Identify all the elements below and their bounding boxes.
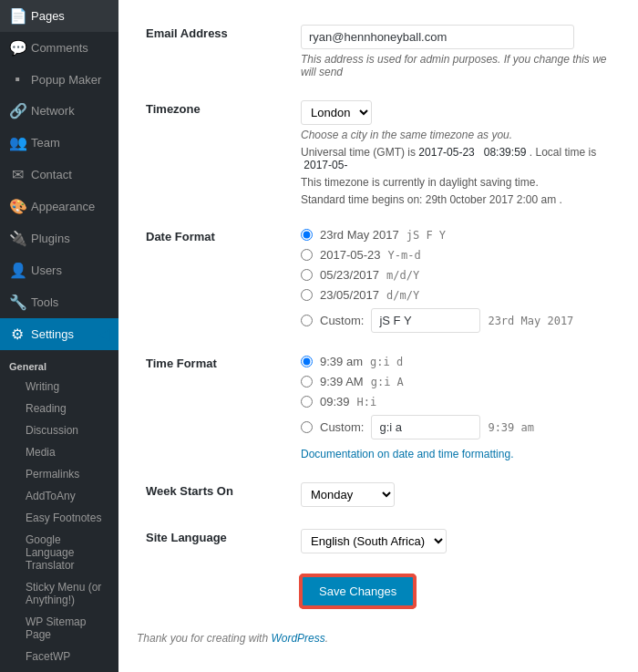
site-language-row: Site Language English (South Africa) Eng… xyxy=(137,518,620,564)
date-format-radio-1[interactable] xyxy=(301,249,313,261)
settings-arrow: ◀ xyxy=(98,326,109,343)
sidebar-label-tools: Tools xyxy=(31,295,58,309)
timezone-local-label: . Local time is xyxy=(530,146,596,159)
sidebar-item-settings[interactable]: ⚙ Settings ◀ xyxy=(0,318,118,350)
email-row: Email Address This address is used for a… xyxy=(137,14,620,89)
sidebar-label-comments: Comments xyxy=(31,41,88,55)
date-format-radio-3[interactable] xyxy=(301,289,313,301)
sidebar-sub-discussion[interactable]: Discussion xyxy=(0,419,118,441)
time-format-radio-2[interactable] xyxy=(301,396,313,408)
thank-you-prefix: Thank you for creating with xyxy=(137,632,268,645)
date-format-radio-0[interactable] xyxy=(301,229,313,241)
sidebar-sub-sticky-menu[interactable]: Sticky Menu (or Anything!) xyxy=(0,576,118,611)
date-format-value-1: 2017-05-23 xyxy=(320,248,381,262)
sidebar-sub-permalinks[interactable]: Permalinks xyxy=(0,463,118,485)
week-starts-row: Week Starts On Monday Sunday Tuesday Wed… xyxy=(137,471,620,518)
time-format-value-2: 09:39 xyxy=(320,395,350,408)
time-format-code-1: g:i A xyxy=(371,376,435,388)
timezone-utc-time: 08:39:59 xyxy=(484,146,527,159)
submit-row: Save Changes xyxy=(137,564,620,618)
sidebar-label-plugins: Plugins xyxy=(31,232,70,245)
comments-icon: 💬 xyxy=(9,39,26,57)
sidebar-label-settings: Settings xyxy=(31,327,74,341)
date-format-code-1: Y-m-d xyxy=(388,249,452,262)
time-format-value-1: 9:39 AM xyxy=(320,375,364,388)
sidebar-sub-easy-footnotes[interactable]: Easy Footnotes xyxy=(0,507,118,529)
time-format-radio-3[interactable] xyxy=(301,421,313,433)
sidebar-label-pages: Pages xyxy=(31,9,65,23)
sidebar-item-plugins[interactable]: 🔌 Plugins xyxy=(0,222,118,254)
sidebar-label-network: Network xyxy=(31,104,75,118)
sidebar-sub-sitemap[interactable]: WP Sitemap Page xyxy=(0,611,118,646)
time-format-radio-1[interactable] xyxy=(301,376,313,388)
sidebar-item-tools[interactable]: 🔧 Tools xyxy=(0,286,118,318)
sidebar-item-team[interactable]: 👥 Team xyxy=(0,127,118,159)
submit-cell: Save Changes xyxy=(292,564,620,618)
network-icon: 🔗 xyxy=(9,102,26,119)
sidebar-item-network[interactable]: 🔗 Network xyxy=(0,95,118,127)
date-format-group: 23rd May 2017 jS F Y 2017-05-23 Y-m-d 05… xyxy=(301,228,611,333)
sidebar-sub-xml-sitemap[interactable]: XML-Sitemap xyxy=(0,667,118,672)
time-format-label: Time Format xyxy=(137,344,292,471)
sidebar-label-appearance: Appearance xyxy=(31,200,95,213)
week-starts-select[interactable]: Monday Sunday Tuesday Wednesday Thursday… xyxy=(301,482,395,507)
sidebar-item-users[interactable]: 👤 Users xyxy=(0,254,118,286)
timezone-select[interactable]: London xyxy=(301,100,372,125)
pages-icon: 📄 xyxy=(9,7,26,25)
time-format-custom-preview: 9:39 am xyxy=(488,421,551,434)
site-language-field-cell: English (South Africa) English (US) xyxy=(292,518,620,564)
email-input[interactable] xyxy=(301,25,574,49)
sidebar-sub-reading[interactable]: Reading xyxy=(0,398,118,419)
week-starts-field-cell: Monday Sunday Tuesday Wednesday Thursday… xyxy=(292,471,620,518)
sidebar-label-users: Users xyxy=(31,264,62,277)
time-format-value-0: 9:39 am xyxy=(320,355,363,368)
date-format-value-0: 23rd May 2017 xyxy=(320,228,399,242)
sidebar-item-comments[interactable]: 💬 Comments xyxy=(0,32,118,64)
thank-you-text: Thank you for creating with WordPress. xyxy=(137,632,620,645)
timezone-standard: Standard time begins on: 29th 0ctober 20… xyxy=(301,193,611,206)
contact-icon: ✉ xyxy=(9,166,26,183)
timezone-row: Timezone London Choose a city in the sam… xyxy=(137,89,620,217)
date-format-row: Date Format 23rd May 2017 jS F Y 2017-05… xyxy=(137,217,620,344)
date-format-option-2: 05/23/2017 m/d/Y xyxy=(301,268,611,282)
time-format-custom-input[interactable] xyxy=(371,415,480,439)
date-format-radio-4[interactable] xyxy=(301,315,313,326)
time-format-code-0: g:i d xyxy=(370,356,434,368)
site-language-select[interactable]: English (South Africa) English (US) xyxy=(301,529,447,553)
timezone-utc-date: 2017-05-23 xyxy=(418,146,474,159)
sidebar-item-pages[interactable]: 📄 Pages xyxy=(0,0,118,32)
sidebar-sub-writing[interactable]: Writing xyxy=(0,376,118,398)
sidebar-item-contact[interactable]: ✉ Contact xyxy=(0,159,118,191)
wordpress-link[interactable]: WordPress xyxy=(271,632,324,645)
time-format-row: Time Format 9:39 am g:i d 9:39 AM xyxy=(137,344,620,471)
main-content: Email Address This address is used for a… xyxy=(118,0,638,672)
sidebar-sub-media[interactable]: Media xyxy=(0,441,118,463)
sidebar-label-team: Team xyxy=(31,136,60,150)
users-icon: 👤 xyxy=(9,262,26,279)
settings-icon: ⚙ xyxy=(9,326,26,343)
date-format-field-cell: 23rd May 2017 jS F Y 2017-05-23 Y-m-d 05… xyxy=(292,217,620,344)
email-description: This address is used for admin purposes.… xyxy=(301,53,611,78)
sidebar-item-appearance[interactable]: 🎨 Appearance xyxy=(0,191,118,222)
email-label: Email Address xyxy=(137,14,292,89)
timezone-local-partial: 2017-05- xyxy=(304,159,347,171)
save-changes-button[interactable]: Save Changes xyxy=(301,575,415,607)
timezone-utc-info: Universal time (GMT) is 2017-05-23 08:39… xyxy=(301,146,611,171)
sidebar-sub-google-translator[interactable]: Google Language Translator xyxy=(0,529,118,576)
popup-maker-icon: ▪ xyxy=(9,71,26,88)
appearance-icon: 🎨 xyxy=(9,198,26,215)
doc-link[interactable]: Documentation on date and time formattin… xyxy=(301,448,513,460)
site-language-label: Site Language xyxy=(137,518,292,564)
sidebar-label-contact: Contact xyxy=(31,168,72,181)
sidebar-sub-addtoany[interactable]: AddToAny xyxy=(0,485,118,507)
timezone-universal-text: Universal time (GMT) is xyxy=(301,146,416,159)
sidebar-item-popup-maker[interactable]: ▪ Popup Maker xyxy=(0,64,118,95)
date-format-label: Date Format xyxy=(137,217,292,344)
timezone-label: Timezone xyxy=(137,89,292,217)
time-format-custom-label: Custom: xyxy=(320,420,364,434)
sidebar-sub-facetwp[interactable]: FacetWP xyxy=(0,646,118,667)
date-format-radio-2[interactable] xyxy=(301,269,313,281)
time-format-group: 9:39 am g:i d 9:39 AM g:i A 09:39 xyxy=(301,355,611,439)
time-format-radio-0[interactable] xyxy=(301,356,313,367)
date-format-custom-input[interactable] xyxy=(371,308,480,333)
